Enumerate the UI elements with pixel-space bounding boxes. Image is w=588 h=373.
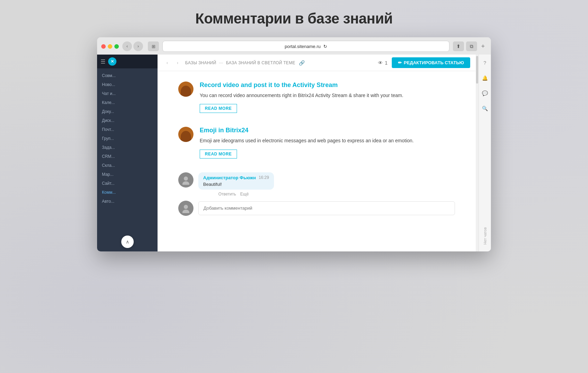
article-item-2: Emoji in Bitrix24 Emoji are ideograms us… [178,127,455,158]
url-text: portal.sitename.ru [285,44,321,49]
article-title-2[interactable]: Emoji in Bitrix24 [200,127,455,134]
sidebar-item-7[interactable]: Груп... [97,134,158,143]
scrollbar-thumb[interactable] [476,56,478,84]
comment-section: Администратор Фьюжн 16:29 Beautiful! Отв… [178,172,455,216]
browser-window: ‹ › ⊞ portal.sitename.ru ↻ ⬆ ⧉ + ☰ ✕ Сов [97,37,491,251]
edit-button-label: РЕДАКТИРОВАТЬ СТАТЬЮ [404,60,464,65]
browser-chrome: ‹ › ⊞ portal.sitename.ru ↻ ⬆ ⧉ + [97,37,491,55]
comment-input-field[interactable] [198,201,455,215]
comment-author: Администратор Фьюжн [203,175,256,180]
new-window-button[interactable]: ⧉ [466,41,477,51]
sidebar-items-list: Совм... Ново... Чат и... Кале... Доку...… [97,68,158,209]
pencil-icon: ✏ [398,60,402,65]
traffic-lights [101,44,119,49]
topbar-right: 👁 1 ✏ РЕДАКТИРОВАТЬ СТАТЬЮ [378,57,470,68]
topbar-back-button[interactable]: ‹ [163,59,171,67]
article-item-1: Record video and post it to the Activity… [178,82,455,113]
comment-input-avatar [178,201,193,216]
eye-icon: 👁 [378,60,383,66]
article-description-1: You can record video announcements right… [200,92,455,99]
back-button[interactable]: ‹ [122,41,132,51]
svg-point-2 [184,205,188,209]
browser-actions: ⬆ ⧉ + [453,41,487,51]
page-title: Комментарии в базе знаний [195,10,392,27]
reply-button[interactable]: Ответить [218,192,236,197]
sidebar-item-6[interactable]: Почт... [97,125,158,134]
no-chats-label: Нет чатов [483,227,487,245]
close-sidebar-button[interactable]: ✕ [108,57,116,66]
close-window-button[interactable] [101,44,106,49]
svg-point-3 [182,210,189,213]
help-icon[interactable]: ? [480,58,490,68]
breadcrumb-separator: — [219,60,223,65]
main-content-area: ‹ › БАЗЫ ЗНАНИЙ — БАЗА ЗНАНИЙ В СВЕТЛОЙ … [158,55,476,251]
sidebar-item-10[interactable]: Скла... [97,161,158,170]
svg-point-0 [184,176,188,181]
sidebar-item-3[interactable]: Кале... [97,98,158,107]
article-body-2: Emoji in Bitrix24 Emoji are ideograms us… [200,127,455,158]
more-button[interactable]: Ещё [240,192,249,197]
breadcrumb-item-1[interactable]: БАЗЫ ЗНАНИЙ [185,60,216,65]
comment-bubble-1: Администратор Фьюжн 16:29 Beautiful! Отв… [198,172,274,197]
sidebar-header: ☰ ✕ [97,55,158,68]
svg-point-1 [182,181,189,185]
sidebar-toggle-button[interactable]: ⊞ [148,41,159,51]
address-bar[interactable]: portal.sitename.ru ↻ [162,41,449,52]
app-sidebar: ☰ ✕ Совм... Ново... Чат и... Кале... Док… [97,55,158,251]
article-title-1[interactable]: Record video and post it to the Activity… [200,82,455,89]
sidebar-item-2[interactable]: Чат и... [97,89,158,98]
browser-content: ☰ ✕ Совм... Ново... Чат и... Кале... Док… [97,55,491,251]
sidebar-item-1[interactable]: Ново... [97,80,158,89]
view-count-number: 1 [385,60,388,66]
link-icon[interactable]: 🔗 [299,60,305,66]
sidebar-item-12[interactable]: Сайт... [97,179,158,188]
edit-article-button[interactable]: ✏ РЕДАКТИРОВАТЬ СТАТЬЮ [392,57,470,68]
sidebar-item-5[interactable]: Диск... [97,116,158,125]
topbar-nav: ‹ › [163,59,182,67]
topbar-forward-button[interactable]: › [173,59,182,67]
comment-input-row [178,201,455,216]
breadcrumb-item-2[interactable]: БАЗА ЗНАНИЙ В СВЕТЛОЙ ТЕМЕ [226,60,295,65]
chat-icon[interactable]: 💬 [480,88,490,98]
read-more-button-1[interactable]: READ MORE [200,104,237,113]
forward-button[interactable]: › [133,41,143,51]
comment-header: Администратор Фьюжн 16:29 [203,175,269,180]
reload-icon[interactable]: ↻ [323,44,327,49]
add-tab-button[interactable]: + [479,42,487,50]
maximize-window-button[interactable] [114,44,119,49]
search-icon[interactable]: 🔍 [480,104,490,113]
sidebar-item-0[interactable]: Совм... [97,71,158,80]
share-button[interactable]: ⬆ [453,41,464,51]
sidebar-item-9[interactable]: CRM... [97,152,158,161]
sidebar-item-13[interactable]: Комм... [97,188,158,197]
view-count: 👁 1 [378,60,388,66]
hamburger-icon[interactable]: ☰ [101,58,105,65]
sidebar-item-11[interactable]: Мар... [97,170,158,179]
minimize-window-button[interactable] [108,44,112,49]
article-content: Record video and post it to the Activity… [158,71,476,251]
comment-actions: Ответить Ещё [218,192,274,197]
main-scrollbar [476,55,478,251]
sidebar-item-14[interactable]: Авто... [97,197,158,206]
avatar-2 [178,127,193,142]
read-more-button-2[interactable]: READ MORE [200,150,237,159]
avatar-1 [178,82,193,97]
scroll-up-button[interactable]: ∧ [121,236,134,248]
comment-time: 16:29 [259,175,269,180]
comment-text: Beautiful! [203,182,269,187]
comment-avatar-1 [178,172,193,188]
sidebar-item-4[interactable]: Доку... [97,107,158,116]
right-panel: ? 🔔 💬 🔍 Нет чатов [478,55,491,251]
notifications-icon[interactable]: 🔔 [480,73,490,83]
browser-nav-buttons: ‹ › [122,41,143,51]
content-topbar: ‹ › БАЗЫ ЗНАНИЙ — БАЗА ЗНАНИЙ В СВЕТЛОЙ … [158,55,476,71]
comment-bubble-content: Администратор Фьюжн 16:29 Beautiful! [198,172,274,190]
breadcrumb: БАЗЫ ЗНАНИЙ — БАЗА ЗНАНИЙ В СВЕТЛОЙ ТЕМЕ [185,60,295,65]
sidebar-item-8[interactable]: Зада... [97,143,158,152]
comment-item-1: Администратор Фьюжн 16:29 Beautiful! Отв… [178,172,455,197]
article-body-1: Record video and post it to the Activity… [200,82,455,113]
article-description-2: Emoji are ideograms used in electronic m… [200,137,455,144]
